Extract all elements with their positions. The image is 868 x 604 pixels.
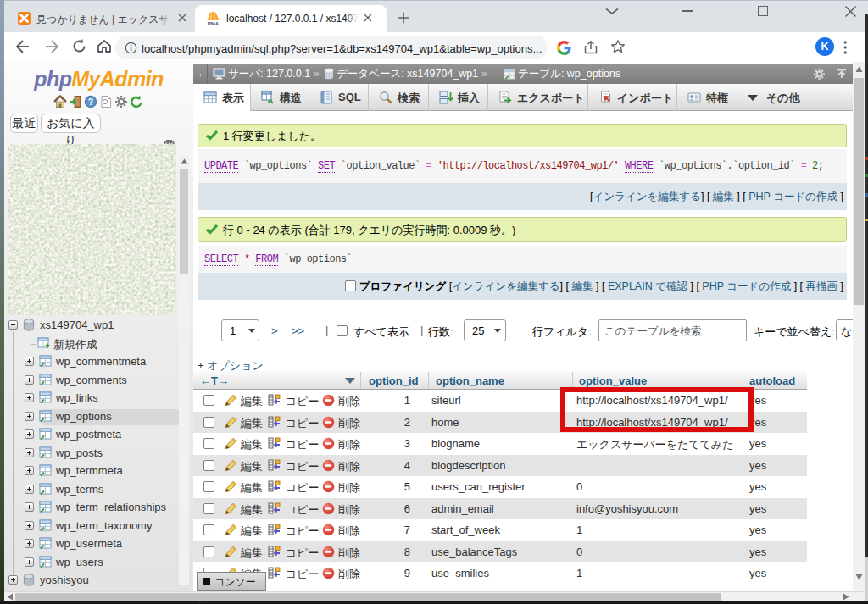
svg-text:PMA: PMA xyxy=(208,21,220,26)
svg-text:?: ? xyxy=(88,97,93,107)
